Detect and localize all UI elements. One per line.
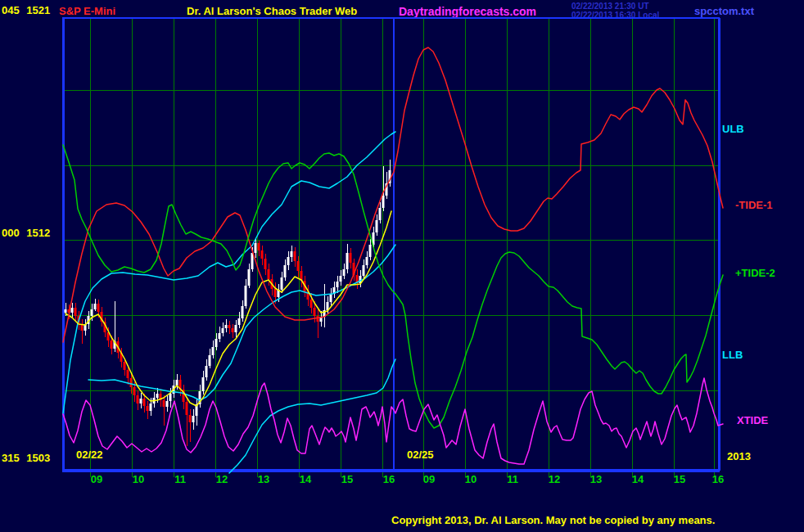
candle-body [366, 257, 368, 265]
candle-body [337, 282, 339, 287]
candle-body [225, 325, 228, 328]
series-ULB [63, 132, 395, 413]
candle-body [176, 380, 178, 385]
candle-body [130, 378, 133, 387]
candle-body [169, 394, 172, 401]
candle-body [281, 277, 283, 290]
candle-body [71, 308, 74, 313]
candle-body [140, 399, 142, 404]
candle-body [127, 370, 129, 378]
candle-body [212, 347, 215, 355]
chart-plot [0, 0, 804, 532]
candle-body [379, 208, 382, 220]
candle-body [340, 276, 342, 282]
candle-body [251, 253, 254, 269]
candle-body [287, 257, 290, 265]
candle-body [124, 362, 126, 370]
candle-body [255, 243, 257, 253]
candle-body [314, 308, 316, 316]
candle-body [232, 328, 234, 332]
candle-body [294, 251, 296, 261]
candle-body [202, 377, 205, 391]
candle-body [94, 304, 97, 309]
candle-body [97, 304, 100, 312]
candle-body [274, 289, 277, 297]
candle-body [133, 387, 136, 395]
candle-body [343, 269, 346, 276]
candle-body [111, 340, 113, 349]
candle-body [147, 406, 149, 411]
candle-body [186, 402, 188, 415]
candle-body [297, 261, 300, 271]
candle-body [166, 401, 169, 407]
candle-body [369, 245, 372, 257]
candle-body [268, 269, 270, 279]
candle-body [310, 300, 313, 308]
candle-body [206, 366, 208, 377]
candle-body [219, 333, 221, 339]
candle-body [235, 325, 237, 332]
candle-body [264, 259, 267, 269]
candle-body [242, 306, 244, 318]
copyright-notice: Copyright 2013, Dr. Al Larson. May not b… [391, 515, 715, 526]
candle-body [150, 404, 152, 411]
candle-body [209, 355, 211, 366]
candle-body [382, 196, 385, 208]
candle-body [215, 339, 218, 347]
candle-body [317, 316, 319, 322]
chaos-trader-chart-page: 045 1521 S&P E-Mini Dr. Al Larson's Chao… [0, 0, 804, 532]
candle-body [156, 394, 159, 398]
candle-body [163, 400, 165, 407]
candle-body [258, 243, 260, 250]
candle-body [65, 309, 67, 313]
candle-body [350, 253, 352, 263]
candle-body [346, 253, 349, 269]
candle-body [137, 395, 139, 404]
candle-body [143, 399, 146, 406]
series-mid-band [88, 245, 395, 400]
candle-body [291, 251, 293, 257]
candle-body [261, 250, 264, 259]
candle-body [189, 415, 192, 422]
candle-body [284, 265, 287, 277]
candle-body [330, 294, 332, 302]
candle-body [222, 328, 224, 333]
candle-body [248, 269, 251, 286]
candle-body [91, 309, 93, 316]
candle-body [228, 325, 231, 328]
candle-body [192, 416, 195, 422]
candle-body [75, 308, 77, 316]
candle-body [238, 318, 241, 325]
candle-body [376, 220, 378, 232]
candle-body [245, 286, 247, 306]
candle-body [363, 265, 365, 276]
